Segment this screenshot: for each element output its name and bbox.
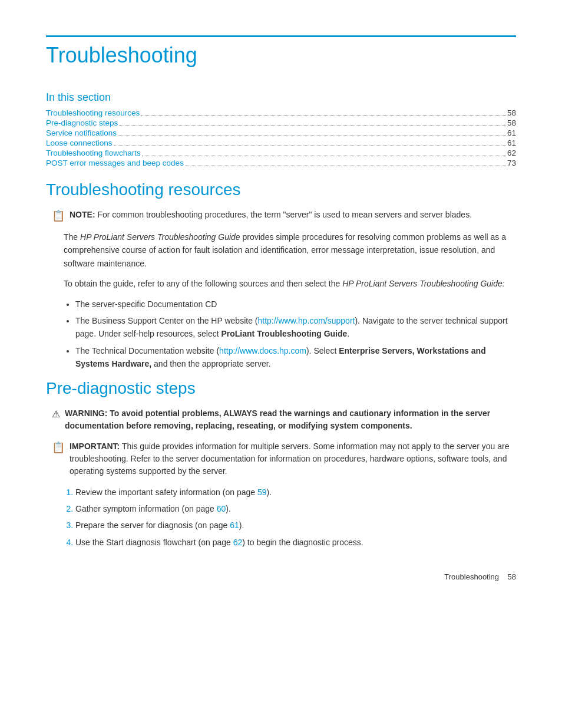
footer-page-number: 58 xyxy=(508,572,516,581)
step-1: Review the important safety information … xyxy=(75,486,516,499)
toc-dots-2 xyxy=(118,136,506,136)
step-4-link[interactable]: 62 xyxy=(233,538,243,547)
toc-row: Service notifications61 xyxy=(46,129,516,137)
footer-spacer xyxy=(499,572,507,581)
page-title: Troubleshooting xyxy=(46,35,516,68)
bullet-1-text: The server-specific Documentation CD xyxy=(75,299,217,309)
important-box: 📋 IMPORTANT: This guide provides informa… xyxy=(52,440,516,477)
in-this-section-heading: In this section xyxy=(46,91,516,104)
important-icon: 📋 xyxy=(52,441,65,454)
footer-label: Troubleshooting xyxy=(444,572,499,581)
bullet-1: The server-specific Documentation CD xyxy=(75,298,516,311)
step-2: Gather symptom information (on page 60). xyxy=(75,502,516,515)
important-label: IMPORTANT: xyxy=(70,442,120,451)
toc-row: Troubleshooting flowcharts62 xyxy=(46,149,516,157)
step-3: Prepare the server for diagnosis (on pag… xyxy=(75,519,516,532)
hp-support-link[interactable]: http://www.hp.com/support xyxy=(257,316,355,325)
toc-link-5[interactable]: POST error messages and beep codes xyxy=(46,159,184,167)
toc-link-4[interactable]: Troubleshooting flowcharts xyxy=(46,149,141,157)
note-text: For common troubleshooting procedures, t… xyxy=(97,210,472,219)
important-content: IMPORTANT: This guide provides informati… xyxy=(70,440,516,477)
toc-link-3[interactable]: Loose connections xyxy=(46,139,113,147)
section1-title: Troubleshooting resources xyxy=(46,180,516,199)
toc-page-1: 58 xyxy=(507,118,516,127)
bullet-3: The Technical Documentation website (htt… xyxy=(75,344,516,371)
toc-page-3: 61 xyxy=(507,139,516,147)
bullet-2: The Business Support Center on the HP we… xyxy=(75,314,516,341)
note-box: 📋 NOTE: For common troubleshooting proce… xyxy=(52,209,516,222)
warning-text: To avoid potential problems, ALWAYS read… xyxy=(65,409,490,430)
important-text: This guide provides information for mult… xyxy=(70,442,509,476)
diagnostic-steps: Review the important safety information … xyxy=(75,486,516,549)
toc-section: In this section Troubleshooting resource… xyxy=(46,91,516,167)
section1-bullets: The server-specific Documentation CD The… xyxy=(75,298,516,371)
step-4: Use the Start diagnosis flowchart (on pa… xyxy=(75,536,516,549)
toc-link-1[interactable]: Pre-diagnostic steps xyxy=(46,118,118,127)
section-pre-diagnostic: Pre-diagnostic steps ⚠ WARNING: To avoid… xyxy=(46,379,516,549)
toc-dots-4 xyxy=(142,156,506,156)
toc-dots-5 xyxy=(185,166,506,166)
step-4-text: Use the Start diagnosis flowchart (on pa… xyxy=(75,538,363,547)
toc-list: Troubleshooting resources58Pre-diagnosti… xyxy=(46,108,516,167)
warning-content: WARNING: To avoid potential problems, AL… xyxy=(65,407,516,432)
note-icon: 📋 xyxy=(52,209,65,222)
section2-title: Pre-diagnostic steps xyxy=(46,379,516,398)
step-1-text: Review the important safety information … xyxy=(75,487,272,497)
warning-label: WARNING: xyxy=(65,409,107,418)
toc-page-4: 62 xyxy=(507,149,516,157)
toc-row: POST error messages and beep codes73 xyxy=(46,159,516,167)
warning-icon: ⚠ xyxy=(52,409,60,420)
step-1-link[interactable]: 59 xyxy=(257,487,267,497)
section1-para1: The HP ProLiant Servers Troubleshooting … xyxy=(64,230,516,270)
bullet-3-text: The Technical Documentation website (htt… xyxy=(75,346,486,368)
toc-row: Pre-diagnostic steps58 xyxy=(46,118,516,127)
bullet-2-text: The Business Support Center on the HP we… xyxy=(75,316,508,338)
step-3-text: Prepare the server for diagnosis (on pag… xyxy=(75,521,244,530)
toc-page-2: 61 xyxy=(507,129,516,137)
section1-para2: To obtain the guide, refer to any of the… xyxy=(64,277,516,290)
toc-dots-1 xyxy=(119,126,506,126)
page-footer: Troubleshooting 58 xyxy=(46,572,516,581)
section-troubleshooting-resources: Troubleshooting resources 📋 NOTE: For co… xyxy=(46,180,516,371)
toc-dots-3 xyxy=(114,146,506,146)
step-2-link[interactable]: 60 xyxy=(217,504,226,513)
warning-box: ⚠ WARNING: To avoid potential problems, … xyxy=(52,407,516,432)
toc-link-0[interactable]: Troubleshooting resources xyxy=(46,108,140,117)
note-label: NOTE: xyxy=(70,210,95,219)
note-content: NOTE: For common troubleshooting procedu… xyxy=(70,209,472,221)
toc-page-0: 58 xyxy=(507,108,516,117)
toc-link-2[interactable]: Service notifications xyxy=(46,129,117,137)
docs-hp-link[interactable]: http://www.docs.hp.com xyxy=(219,346,306,355)
toc-page-5: 73 xyxy=(507,159,516,167)
toc-row: Loose connections61 xyxy=(46,139,516,147)
step-3-link[interactable]: 61 xyxy=(230,521,239,530)
toc-row: Troubleshooting resources58 xyxy=(46,108,516,117)
toc-dots-0 xyxy=(141,116,506,116)
step-2-text: Gather symptom information (on page 60). xyxy=(75,504,231,513)
